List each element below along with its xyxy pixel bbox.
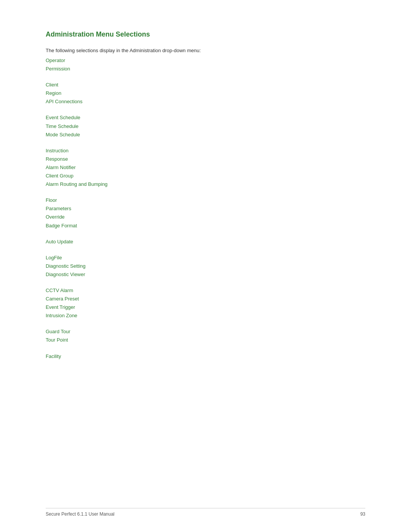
- menu-group-4: InstructionResponseAlarm NotifierClient …: [46, 147, 365, 189]
- menu-link-tour-point[interactable]: Tour Point: [46, 336, 365, 344]
- footer-left: Secure Perfect 6.1.1 User Manual: [46, 511, 115, 517]
- menu-link-diagnostic-setting[interactable]: Diagnostic Setting: [46, 262, 365, 270]
- menu-link-alarm-notifier[interactable]: Alarm Notifier: [46, 163, 365, 172]
- menu-link-permission[interactable]: Permission: [46, 65, 365, 73]
- menu-link-guard-tour[interactable]: Guard Tour: [46, 328, 365, 336]
- menu-group-9: Guard TourTour Point: [46, 328, 365, 344]
- menu-link-auto-update[interactable]: Auto Update: [46, 238, 365, 246]
- menu-link-alarm-routing-and-bumping[interactable]: Alarm Routing and Bumping: [46, 180, 365, 189]
- menu-link-camera-preset[interactable]: Camera Preset: [46, 295, 365, 303]
- menu-link-event-schedule[interactable]: Event Schedule: [46, 113, 365, 122]
- menu-group-3: Event ScheduleTime ScheduleMode Schedule: [46, 113, 365, 139]
- menu-group-10: Facility: [46, 352, 365, 361]
- menu-group-2: ClientRegionAPI Connections: [46, 81, 365, 106]
- menu-link-mode-schedule[interactable]: Mode Schedule: [46, 131, 365, 139]
- menu-link-facility[interactable]: Facility: [46, 352, 365, 361]
- menu-link-intrusion-zone[interactable]: Intrusion Zone: [46, 312, 365, 320]
- menu-link-api-connections[interactable]: API Connections: [46, 97, 365, 106]
- footer-right: 93: [360, 511, 365, 517]
- menu-link-override[interactable]: Override: [46, 213, 365, 221]
- menu-link-logfile[interactable]: LogFile: [46, 254, 365, 262]
- menu-group-8: CCTV AlarmCamera PresetEvent TriggerIntr…: [46, 286, 365, 320]
- menu-group-1: OperatorPermission: [46, 56, 365, 73]
- page-container: Administration Menu Selections The follo…: [0, 0, 411, 532]
- menu-link-response[interactable]: Response: [46, 155, 365, 163]
- menu-link-floor[interactable]: Floor: [46, 196, 365, 204]
- menu-groups: OperatorPermissionClientRegionAPI Connec…: [46, 56, 365, 361]
- footer: Secure Perfect 6.1.1 User Manual 93: [46, 508, 365, 517]
- menu-link-client[interactable]: Client: [46, 81, 365, 89]
- menu-link-operator[interactable]: Operator: [46, 56, 365, 65]
- menu-link-badge-format[interactable]: Badge Format: [46, 222, 365, 230]
- page-title: Administration Menu Selections: [46, 30, 365, 38]
- menu-group-6: Auto Update: [46, 238, 365, 246]
- menu-link-time-schedule[interactable]: Time Schedule: [46, 122, 365, 131]
- menu-group-5: FloorParametersOverrideBadge Format: [46, 196, 365, 230]
- intro-text: The following selections display in the …: [46, 48, 365, 53]
- menu-link-instruction[interactable]: Instruction: [46, 147, 365, 155]
- menu-link-region[interactable]: Region: [46, 89, 365, 97]
- menu-link-diagnostic-viewer[interactable]: Diagnostic Viewer: [46, 270, 365, 279]
- menu-link-event-trigger[interactable]: Event Trigger: [46, 303, 365, 312]
- menu-link-parameters[interactable]: Parameters: [46, 204, 365, 213]
- menu-link-client-group[interactable]: Client Group: [46, 172, 365, 180]
- menu-group-7: LogFileDiagnostic SettingDiagnostic View…: [46, 254, 365, 279]
- menu-link-cctv-alarm[interactable]: CCTV Alarm: [46, 286, 365, 295]
